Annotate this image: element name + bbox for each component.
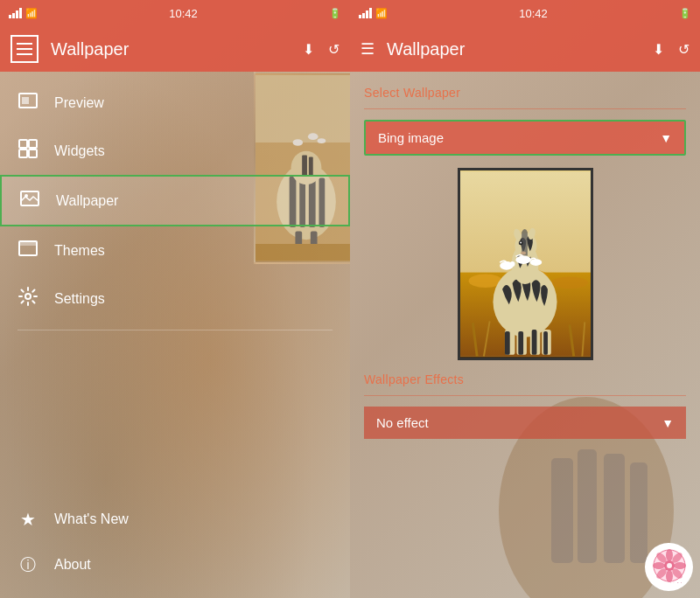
info-icon: ⓘ	[18, 554, 38, 575]
svg-rect-19	[29, 140, 37, 148]
nav-label-preview: Preview	[54, 95, 104, 111]
hamburger-line-2	[17, 48, 32, 50]
nav-label-themes: Themes	[54, 243, 105, 259]
nav-item-settings[interactable]: Settings	[0, 275, 350, 323]
svg-point-41	[520, 242, 522, 244]
nav-label-widgets: Widgets	[54, 143, 105, 159]
right-menu-icon[interactable]: ☰	[360, 39, 374, 59]
effects-dropdown[interactable]: No effect ▼	[364, 407, 686, 439]
right-panel: 📶 10:42 🔋 ☰ Wallpaper ⬇ ↺ Select Wallpap…	[350, 0, 700, 598]
themes-icon	[18, 239, 38, 262]
nav-item-themes[interactable]: Themes	[0, 226, 350, 275]
dropdown-chevron-icon: ▼	[660, 131, 672, 145]
download-icon[interactable]: ⬇	[303, 41, 314, 58]
nav-item-wallpaper[interactable]: Wallpaper	[0, 175, 350, 226]
right-status-left: 📶	[359, 8, 388, 19]
svg-point-64	[653, 562, 665, 569]
nav-item-about[interactable]: ⓘ About	[0, 542, 350, 588]
svg-rect-25	[19, 241, 37, 246]
right-refresh-icon[interactable]: ↺	[678, 41, 690, 58]
nav-label-settings: Settings	[54, 291, 105, 307]
svg-point-26	[25, 294, 31, 299]
svg-rect-52	[543, 331, 548, 355]
preview-icon	[18, 91, 38, 115]
wifi-icon: 📶	[25, 8, 38, 19]
svg-point-71	[667, 563, 672, 568]
nav-menu: Preview Widgets Wallpaper	[0, 72, 350, 330]
section-divider-2	[364, 395, 686, 396]
watermark: www.meovatgiadinh.vn	[645, 543, 693, 591]
right-header: ☰ Wallpaper ⬇ ↺	[350, 26, 700, 72]
hamburger-line-3	[17, 53, 32, 55]
svg-rect-18	[19, 140, 27, 148]
right-battery-area: 🔋	[679, 8, 691, 19]
battery-area: 🔋	[329, 8, 341, 19]
right-time: 10:42	[519, 7, 548, 20]
nav-divider	[18, 330, 332, 330]
select-wallpaper-label: Select Wallpaper	[364, 86, 686, 100]
svg-rect-21	[29, 150, 37, 157]
svg-point-65	[674, 562, 686, 569]
effects-dropdown-value: No effect	[376, 415, 429, 430]
left-status-bar: 📶 10:42 🔋	[0, 0, 350, 26]
left-time: 10:42	[169, 7, 198, 20]
left-header-title: Wallpaper	[51, 39, 290, 59]
wallpaper-dropdown[interactable]: Bing image ▼	[364, 120, 686, 156]
nav-label-wallpaper: Wallpaper	[56, 193, 118, 209]
svg-rect-30	[604, 454, 625, 563]
svg-rect-29	[578, 449, 597, 563]
nav-bottom: ★ What's New ⓘ About	[0, 497, 350, 598]
refresh-icon[interactable]: ↺	[328, 41, 340, 58]
battery-icon: 🔋	[329, 8, 341, 19]
svg-point-55	[515, 255, 530, 264]
svg-point-63	[666, 570, 673, 582]
svg-point-54	[509, 261, 514, 267]
menu-button[interactable]	[10, 35, 38, 63]
left-panel: 📶 10:42 🔋 Wallpaper ⬇ ↺ Preview	[0, 0, 350, 598]
wallpaper-effects-label: Wallpaper Effects	[364, 372, 686, 386]
widgets-icon	[18, 139, 38, 163]
section-divider-1	[364, 108, 686, 109]
settings-icon	[18, 287, 38, 310]
left-header: Wallpaper ⬇ ↺	[0, 26, 350, 72]
nav-label-whats-new: What's New	[54, 511, 129, 527]
svg-rect-50	[531, 330, 536, 355]
hamburger-line-1	[17, 43, 32, 45]
right-header-title: Wallpaper	[387, 39, 640, 59]
svg-point-36	[550, 276, 587, 288]
left-header-icons: ⬇ ↺	[303, 41, 340, 58]
right-content: Select Wallpaper Bing image ▼	[350, 72, 700, 360]
nav-item-preview[interactable]: Preview	[0, 79, 350, 127]
svg-rect-48	[518, 331, 523, 355]
wallpaper-icon	[19, 189, 40, 212]
right-signal-icon	[359, 8, 372, 18]
nav-label-about: About	[54, 557, 91, 573]
watermark-flower: www.meovatgiadinh.vn	[652, 548, 687, 587]
right-status-bar: 📶 10:42 🔋	[350, 0, 700, 26]
wallpaper-preview-image	[458, 168, 593, 360]
right-wifi-icon: 📶	[375, 8, 388, 19]
wallpaper-dropdown-value: Bing image	[378, 130, 444, 145]
nav-item-widgets[interactable]: Widgets	[0, 127, 350, 175]
signal-icon	[9, 8, 22, 18]
star-icon: ★	[18, 509, 38, 530]
wallpaper-preview-svg	[460, 170, 591, 358]
svg-point-56	[529, 259, 541, 266]
svg-point-23	[24, 194, 28, 198]
svg-rect-28	[551, 458, 573, 563]
effects-chevron-icon: ▼	[662, 416, 674, 430]
right-header-icons: ⬇ ↺	[653, 41, 690, 58]
left-status-left: 📶	[9, 8, 38, 19]
svg-rect-31	[630, 462, 648, 563]
right-battery-icon: 🔋	[679, 8, 691, 19]
effects-section: Wallpaper Effects No effect ▼	[350, 372, 700, 439]
svg-text:www.meovatgiadinh.vn: www.meovatgiadinh.vn	[652, 581, 687, 583]
right-download-icon[interactable]: ⬇	[653, 41, 664, 58]
svg-point-62	[666, 549, 673, 561]
nav-item-whats-new[interactable]: ★ What's New	[0, 497, 350, 542]
svg-point-42	[521, 252, 526, 255]
svg-rect-20	[19, 150, 27, 157]
svg-rect-17	[22, 97, 29, 104]
svg-rect-46	[504, 331, 509, 355]
